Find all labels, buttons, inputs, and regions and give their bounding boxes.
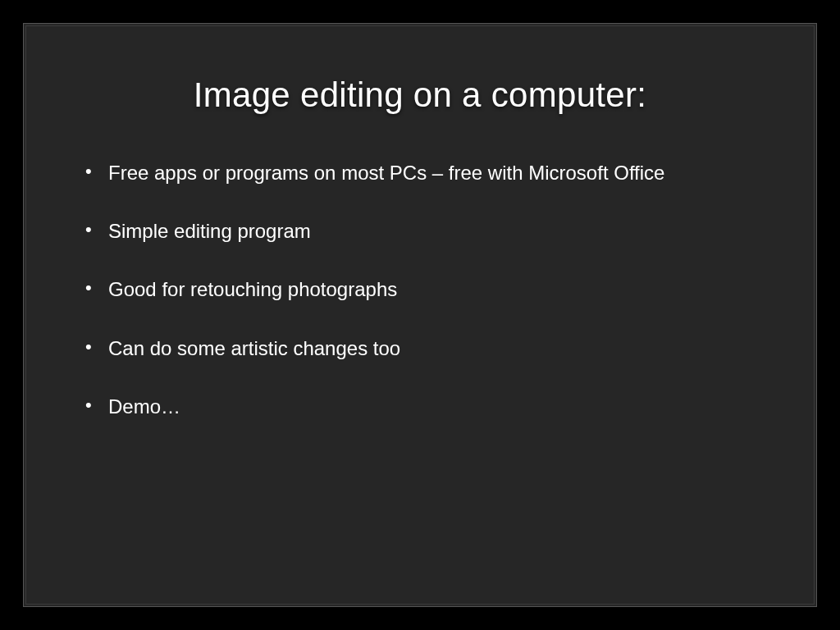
list-item: Free apps or programs on most PCs – free… [85, 160, 765, 185]
list-item: Good for retouching photographs [85, 276, 765, 302]
slide-frame: Image editing on a computer: Free apps o… [23, 23, 817, 607]
list-item: Can do some artistic changes too [85, 336, 765, 361]
slide-content-area: Image editing on a computer: Free apps o… [25, 25, 815, 605]
list-item: Simple editing program [85, 218, 765, 244]
list-item: Demo… [85, 394, 765, 419]
bullet-list: Free apps or programs on most PCs – free… [75, 160, 765, 419]
slide-title: Image editing on a computer: [75, 75, 765, 115]
slide-background: Image editing on a computer: Free apps o… [0, 0, 840, 630]
